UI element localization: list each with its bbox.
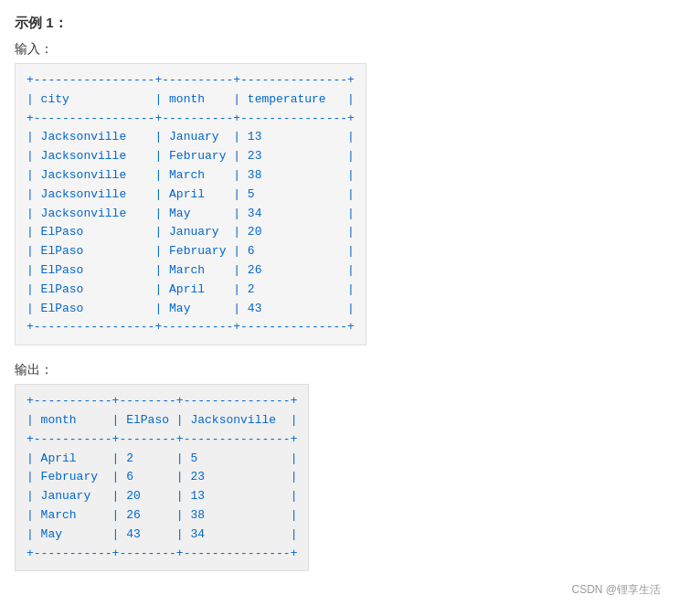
output-table: +-----------+--------+---------------+ |… [27, 392, 297, 563]
output-label: 输出： [15, 362, 664, 378]
input-label: 输入： [15, 41, 664, 58]
input-table-container: +-----------------+----------+----------… [15, 63, 366, 345]
section-title: 示例 1： [15, 15, 664, 32]
output-table-container: +-----------+--------+---------------+ |… [15, 384, 309, 571]
watermark: CSDN @锂享生活 [571, 582, 661, 586]
input-table: +-----------------+----------+----------… [27, 71, 355, 337]
